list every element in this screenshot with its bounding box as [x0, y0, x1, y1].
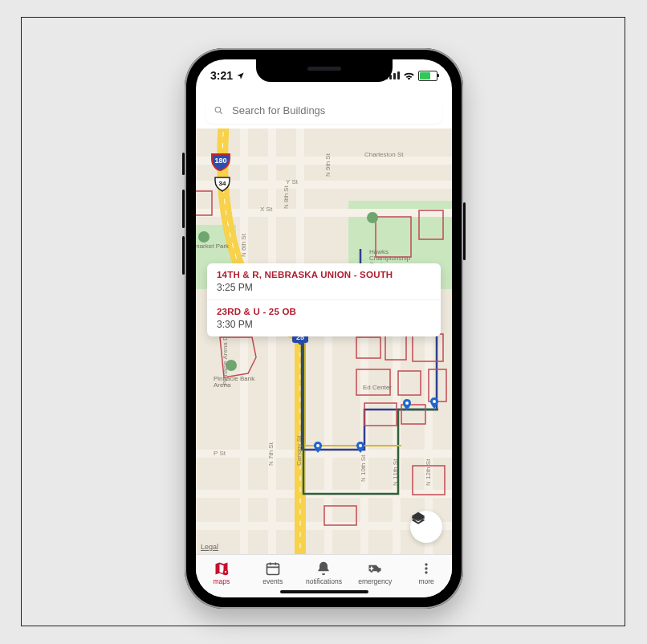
svg-line-1	[220, 112, 222, 114]
search-input[interactable]	[230, 104, 434, 117]
volume-up-button	[182, 190, 185, 228]
stop-time: 3:30 PM	[217, 319, 431, 330]
search-bar[interactable]	[205, 96, 442, 124]
location-services-icon	[236, 71, 245, 80]
map-pin[interactable]	[356, 442, 364, 450]
map-canvas[interactable]: 180 34 25 Charleston St Y St X St P St	[196, 128, 452, 554]
legal-link[interactable]: Legal	[201, 543, 218, 551]
street-label: N 7th St	[267, 442, 275, 466]
map-svg	[196, 128, 452, 554]
street-label: Canopy St	[295, 436, 303, 466]
svg-point-44	[425, 563, 427, 565]
phone-frame: 3:21	[185, 48, 463, 609]
street-label: N 6th St	[240, 234, 247, 257]
tab-label: more	[418, 577, 433, 585]
map-icon	[213, 560, 230, 577]
map-pin[interactable]	[403, 399, 411, 407]
svg-rect-24	[398, 371, 421, 395]
tab-label: events	[262, 577, 283, 585]
stop-title: 14TH & R, NEBRASKA UNION - SOUTH	[217, 270, 431, 279]
street-label: N 12th St	[425, 459, 432, 486]
status-time: 3:21	[210, 69, 233, 82]
tab-label: emergency	[358, 577, 392, 585]
svg-point-0	[215, 107, 221, 112]
park-badge	[367, 212, 378, 223]
tab-label: maps	[214, 577, 230, 585]
svg-rect-40	[267, 564, 279, 574]
svg-point-45	[425, 567, 427, 569]
home-indicator[interactable]	[280, 590, 368, 593]
stop-title: 23RD & U - 25 OB	[217, 307, 431, 316]
tab-emergency[interactable]: emergency	[349, 555, 401, 591]
layers-icon	[410, 511, 426, 527]
stop-row[interactable]: 23RD & U - 25 OB 3:30 PM	[207, 300, 441, 336]
street-label: P St	[214, 450, 226, 457]
park-badge	[198, 231, 210, 243]
street-label: X St	[260, 206, 272, 213]
building-label: market Park	[196, 243, 229, 250]
svg-point-35	[359, 444, 362, 447]
ambulance-icon	[366, 560, 384, 577]
svg-text:180: 180	[214, 157, 226, 165]
battery-icon	[418, 71, 437, 81]
street-label: N 10th St	[360, 455, 367, 482]
street-label: Charleston St	[364, 151, 403, 158]
street-label: Y St	[286, 178, 298, 185]
building-label: Ed Center	[363, 384, 392, 391]
more-icon	[417, 560, 435, 577]
tab-events[interactable]: events	[247, 555, 299, 591]
map-pin[interactable]	[314, 442, 322, 450]
street-label: N 9th St	[324, 153, 332, 177]
svg-point-37	[433, 400, 436, 403]
street-label: N 8th St	[283, 185, 290, 209]
mute-switch	[182, 153, 185, 175]
volume-down-button	[182, 236, 185, 275]
stop-callout[interactable]: 14TH & R, NEBRASKA UNION - SOUTH 3:25 PM…	[207, 263, 441, 336]
svg-point-34	[316, 444, 319, 447]
stop-time: 3:25 PM	[217, 282, 431, 293]
layers-button[interactable]	[410, 511, 442, 543]
map-pin[interactable]	[430, 397, 438, 406]
tab-more[interactable]: more	[401, 555, 452, 591]
tab-notifications[interactable]: notifications	[299, 555, 350, 591]
power-button	[463, 202, 466, 260]
search-icon	[214, 105, 224, 116]
svg-rect-26	[364, 403, 397, 426]
calendar-icon	[264, 560, 282, 577]
tab-label: notifications	[306, 577, 342, 585]
svg-text:34: 34	[219, 180, 226, 187]
svg-point-46	[425, 571, 427, 573]
svg-point-39	[225, 571, 226, 573]
stop-row[interactable]: 14TH & R, NEBRASKA UNION - SOUTH 3:25 PM	[207, 263, 441, 300]
screen: 3:21	[196, 59, 452, 597]
wifi-icon	[403, 71, 415, 80]
bell-icon	[315, 560, 332, 577]
tab-maps[interactable]: maps	[196, 555, 247, 591]
street-label: N 11th St	[392, 459, 399, 486]
svg-point-36	[405, 401, 409, 405]
building-label: Pinnacle Bank Arena	[214, 376, 254, 389]
notch	[256, 59, 393, 82]
